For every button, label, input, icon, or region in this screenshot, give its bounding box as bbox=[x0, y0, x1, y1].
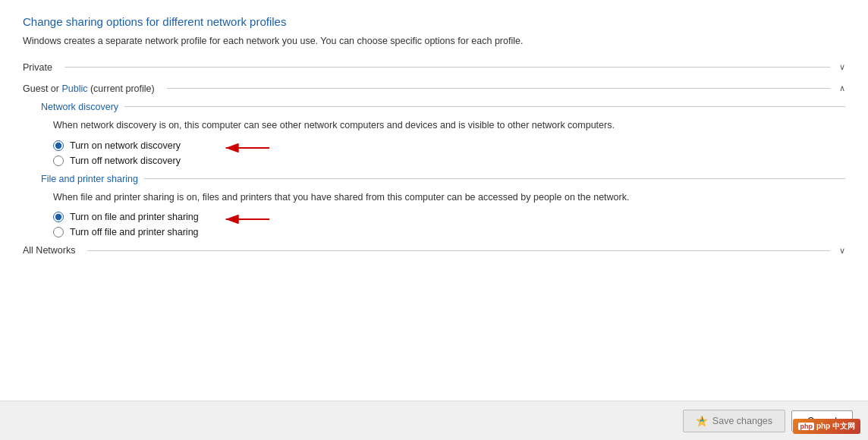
nd-off-radio[interactable] bbox=[53, 156, 64, 166]
network-discovery-label: Network discovery bbox=[41, 102, 124, 112]
file-printer-sharing-line bbox=[144, 178, 845, 179]
private-line bbox=[64, 67, 830, 68]
file-printer-sharing-radio-group: Turn on file and printer sharing bbox=[53, 212, 845, 237]
guest-public-section-header[interactable]: Guest or Public (current profile) ∧ bbox=[23, 83, 845, 94]
fps-on-option: Turn on file and printer sharing bbox=[53, 212, 845, 222]
guest-public-section: Guest or Public (current profile) ∧ Netw… bbox=[23, 83, 845, 238]
fps-off-label[interactable]: Turn off file and printer sharing bbox=[70, 227, 199, 237]
fps-off-radio[interactable] bbox=[53, 227, 64, 237]
private-section-header[interactable]: Private ∨ bbox=[23, 62, 845, 73]
fps-on-radio[interactable] bbox=[53, 212, 64, 222]
arrow-svg-nd bbox=[220, 139, 273, 157]
guest-public-label: Guest or Public (current profile) bbox=[23, 83, 161, 94]
all-networks-chevron: ∨ bbox=[839, 246, 845, 256]
nd-off-option: Turn off network discovery bbox=[53, 156, 845, 166]
all-networks-line bbox=[87, 250, 830, 251]
main-content: Change sharing options for different net… bbox=[0, 0, 868, 401]
private-label: Private bbox=[23, 62, 58, 73]
fps-off-option: Turn off file and printer sharing bbox=[53, 227, 845, 237]
private-section: Private ∨ bbox=[23, 62, 845, 73]
network-discovery-description: When network discovery is on, this compu… bbox=[53, 118, 845, 133]
save-changes-button[interactable]: Save changes bbox=[683, 410, 785, 432]
nd-on-option: Turn on network discovery bbox=[53, 140, 845, 151]
network-discovery-title-row: Network discovery bbox=[41, 102, 845, 112]
all-networks-section-header[interactable]: All Networks ∨ bbox=[23, 245, 845, 256]
file-printer-sharing-title-row: File and printer sharing bbox=[41, 174, 845, 184]
network-discovery-radio-group: Turn on network discovery bbox=[53, 140, 845, 166]
page-description: Windows creates a separate network profi… bbox=[23, 34, 845, 49]
guest-public-chevron: ∧ bbox=[839, 83, 845, 93]
all-networks-section: All Networks ∨ bbox=[23, 245, 845, 256]
private-chevron: ∨ bbox=[839, 62, 845, 72]
php-badge: php php 中文网 bbox=[793, 419, 860, 434]
fps-on-label[interactable]: Turn on file and printer sharing bbox=[70, 212, 199, 222]
network-discovery-line bbox=[124, 106, 845, 107]
guest-public-line bbox=[167, 88, 830, 89]
guest-or-public-text: Guest or bbox=[23, 83, 61, 94]
save-changes-label: Save changes bbox=[712, 416, 772, 426]
current-profile-text: (current profile) bbox=[87, 83, 154, 94]
nd-off-label[interactable]: Turn off network discovery bbox=[70, 156, 181, 166]
file-printer-sharing-description: When file and printer sharing is on, fil… bbox=[53, 190, 845, 205]
file-printer-sharing-label: File and printer sharing bbox=[41, 174, 144, 184]
save-icon bbox=[696, 415, 708, 427]
bottom-bar: Save changes Cancel php php 中文网 bbox=[0, 401, 868, 440]
public-text: Public bbox=[61, 83, 87, 94]
nd-on-radio[interactable] bbox=[53, 140, 64, 151]
php-badge-text: php 中文网 bbox=[816, 421, 855, 432]
page-title: Change sharing options for different net… bbox=[23, 15, 845, 28]
arrow-svg-fps bbox=[220, 210, 273, 228]
network-discovery-subsection: Network discovery When network discovery… bbox=[41, 102, 845, 166]
all-networks-label: All Networks bbox=[23, 245, 81, 256]
nd-on-label[interactable]: Turn on network discovery bbox=[70, 140, 181, 151]
file-printer-sharing-subsection: File and printer sharing When file and p… bbox=[41, 174, 845, 238]
php-logo: php bbox=[798, 423, 814, 430]
